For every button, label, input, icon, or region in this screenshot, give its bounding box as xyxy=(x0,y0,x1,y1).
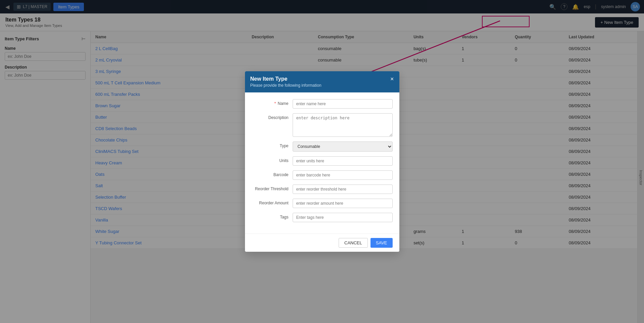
form-row-reorder-threshold: Reorder Threshold xyxy=(252,185,393,194)
tags-input[interactable] xyxy=(293,213,393,222)
modal-footer: CANCEL SAVE xyxy=(245,234,399,252)
units-label: Units xyxy=(252,156,289,163)
form-row-units: Units xyxy=(252,156,393,166)
save-button[interactable]: SAVE xyxy=(370,238,393,248)
form-row-type: Type Consumable Stock Reagent Equipment xyxy=(252,142,393,152)
modal-body: * Name Description Type Consumable Stock… xyxy=(245,92,399,234)
description-input[interactable] xyxy=(293,113,393,137)
cancel-button[interactable]: CANCEL xyxy=(339,238,368,248)
modal-header: New Item Type Please provide the followi… xyxy=(245,71,399,92)
units-input[interactable] xyxy=(293,156,393,166)
form-row-name: * Name xyxy=(252,99,393,109)
form-row-tags: Tags xyxy=(252,213,393,222)
modal-header-left: New Item Type Please provide the followi… xyxy=(250,76,321,88)
barcode-input[interactable] xyxy=(293,170,393,180)
form-row-reorder-amount: Reorder Amount xyxy=(252,199,393,208)
required-asterisk: * xyxy=(274,101,276,106)
reorder-amount-input[interactable] xyxy=(293,199,393,208)
modal-overlay[interactable]: New Item Type Please provide the followi… xyxy=(0,0,644,323)
name-label: * Name xyxy=(252,99,289,106)
description-label: Description xyxy=(252,113,289,120)
reorder-amount-label: Reorder Amount xyxy=(252,199,289,205)
modal-subtitle: Please provide the following information xyxy=(250,83,321,88)
modal-title: New Item Type xyxy=(250,76,321,82)
modal-close-button[interactable]: × xyxy=(390,76,394,82)
new-item-modal: New Item Type Please provide the followi… xyxy=(245,71,399,252)
barcode-label: Barcode xyxy=(252,170,289,177)
reorder-threshold-label: Reorder Threshold xyxy=(252,185,289,191)
form-row-barcode: Barcode xyxy=(252,170,393,180)
name-input[interactable] xyxy=(293,99,393,109)
form-row-description: Description xyxy=(252,113,393,137)
reorder-threshold-input[interactable] xyxy=(293,185,393,194)
type-select[interactable]: Consumable Stock Reagent Equipment xyxy=(293,142,393,152)
type-label: Type xyxy=(252,142,289,148)
tags-label: Tags xyxy=(252,213,289,219)
